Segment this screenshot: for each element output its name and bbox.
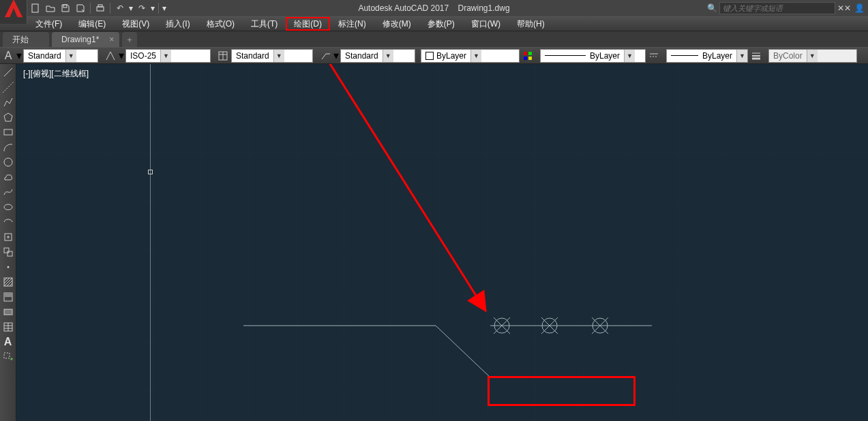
make-block-icon[interactable] — [1, 245, 15, 259]
svg-rect-19 — [4, 129, 12, 135]
insert-block-icon[interactable] — [1, 230, 15, 244]
quick-access-toolbar: ↶ ▾ ↷ ▾ ▾ — [27, 0, 167, 16]
chevron-down-icon: ▼ — [273, 50, 284, 62]
spline-icon[interactable] — [1, 185, 15, 199]
mleaderstyle-dropdown[interactable]: Standard▼ — [340, 49, 415, 63]
linetype-button-icon[interactable] — [647, 49, 661, 63]
svg-line-16 — [4, 68, 12, 76]
ellipse-arc-icon[interactable] — [1, 215, 15, 229]
mtext-icon[interactable]: A — [1, 335, 15, 349]
document-tabs: 开始 Drawing1* × ＋ — [0, 31, 868, 48]
chevron-down-icon: ▼ — [470, 50, 481, 62]
gradient-icon[interactable] — [1, 290, 15, 304]
textstyle-dropdown[interactable]: Standard▼ — [23, 49, 98, 63]
dimstyle-icon[interactable] — [104, 49, 117, 63]
svg-rect-0 — [32, 4, 38, 12]
ellipse-icon[interactable] — [1, 200, 15, 214]
svg-rect-1 — [63, 5, 67, 7]
textstyle-icon[interactable]: A — [1, 49, 15, 63]
hatch-icon[interactable] — [1, 275, 15, 289]
menu-param[interactable]: 参数(P) — [419, 17, 463, 31]
saveas-icon[interactable] — [74, 1, 87, 15]
redo-dropdown-icon[interactable]: ▾ — [150, 3, 155, 13]
dimstyle-value: ISO-25 — [126, 50, 160, 62]
chevron-down-icon: ▼ — [383, 50, 393, 62]
layercolor-button-icon[interactable] — [521, 49, 535, 63]
menu-modify[interactable]: 修改(M) — [374, 17, 419, 31]
menu-file[interactable]: 文件(F) — [27, 17, 70, 31]
revcloud-icon[interactable] — [1, 170, 15, 184]
polyline-icon[interactable] — [1, 95, 15, 109]
linetype-preview-icon — [545, 55, 586, 56]
svg-point-25 — [7, 266, 9, 268]
lineweight-button-icon[interactable] — [749, 49, 763, 63]
layercolor-dropdown[interactable]: ByLayer▼ — [421, 49, 520, 63]
save-icon[interactable] — [59, 1, 72, 15]
tab-start[interactable]: 开始 — [3, 32, 49, 47]
open-icon[interactable] — [44, 1, 57, 15]
undo-dropdown-icon[interactable]: ▾ — [128, 3, 134, 13]
mleaderstyle-icon[interactable] — [318, 49, 332, 63]
mleaderstyle-value: Standard — [341, 50, 383, 62]
textstyle-flyout-icon[interactable]: ▾ — [16, 49, 22, 62]
linetype-value: ByLayer — [541, 50, 624, 62]
lineweight-value: ByLayer — [667, 50, 736, 62]
addselected-icon[interactable] — [1, 350, 15, 364]
plotstyle-dropdown[interactable]: ByColor▼ — [768, 49, 857, 63]
tablestyle-dropdown[interactable]: Standard▼ — [231, 49, 313, 63]
chevron-down-icon: ▼ — [807, 50, 818, 62]
new-icon[interactable] — [29, 1, 42, 15]
qat-customize-dropdown-icon[interactable]: ▾ — [162, 3, 167, 13]
undo-icon[interactable]: ↶ — [113, 1, 127, 15]
circle-icon[interactable] — [1, 155, 15, 169]
polygon-icon[interactable] — [1, 110, 15, 124]
menu-view[interactable]: 视图(V) — [114, 17, 158, 31]
line-icon[interactable] — [1, 65, 15, 79]
svg-rect-28 — [4, 293, 12, 297]
annotation-highlight-target — [488, 376, 635, 406]
search-input[interactable] — [719, 2, 835, 14]
lineweight-dropdown[interactable]: ByLayer▼ — [666, 49, 748, 63]
svg-rect-10 — [528, 57, 532, 60]
menu-bar: 文件(F) 编辑(E) 视图(V) 插入(I) 格式(O) 工具(T) 绘图(D… — [0, 16, 868, 31]
menu-insert[interactable]: 插入(I) — [158, 17, 198, 31]
textstyle-value: Standard — [24, 50, 65, 62]
rectangle-icon[interactable] — [1, 125, 15, 139]
new-tab-button[interactable]: ＋ — [122, 32, 137, 47]
chevron-down-icon: ▼ — [65, 50, 76, 62]
tab-drawing1-label: Drawing1* — [61, 35, 99, 44]
dimstyle-dropdown[interactable]: ISO-25▼ — [125, 49, 211, 63]
table-icon[interactable] — [1, 320, 15, 334]
app-name: Autodesk AutoCAD 2017 — [358, 3, 449, 13]
construction-line-icon[interactable] — [1, 80, 15, 94]
menu-format[interactable]: 格式(O) — [198, 17, 243, 31]
tab-drawing1[interactable]: Drawing1* × — [52, 32, 119, 47]
menu-dimension[interactable]: 标注(N) — [330, 17, 374, 31]
redo-icon[interactable]: ↷ — [135, 1, 149, 15]
tablestyle-icon[interactable] — [216, 49, 230, 63]
drawing-canvas[interactable]: [-][俯视][二维线框] — [16, 64, 868, 421]
svg-rect-8 — [528, 52, 532, 55]
menu-draw[interactable]: 绘图(D) — [286, 17, 330, 31]
tab-start-label: 开始 — [12, 34, 29, 46]
tablestyle-value: Standard — [232, 50, 273, 62]
menu-help[interactable]: 帮助(H) — [509, 17, 553, 31]
menu-window[interactable]: 窗口(W) — [463, 17, 509, 31]
menu-tools[interactable]: 工具(T) — [243, 17, 286, 31]
svg-line-37 — [436, 326, 490, 377]
infocenter-icon[interactable]: ✕✕ — [838, 2, 850, 14]
chevron-down-icon: ▼ — [624, 50, 635, 62]
chevron-down-icon: ▼ — [160, 50, 171, 62]
window-title: Autodesk AutoCAD 2017 Drawing1.dwg — [358, 3, 509, 13]
close-icon[interactable]: × — [109, 35, 114, 44]
app-menu-button[interactable] — [0, 0, 27, 24]
dimstyle-flyout-icon[interactable]: ▾ — [119, 49, 124, 62]
region-icon[interactable] — [1, 305, 15, 319]
menu-edit[interactable]: 编辑(E) — [70, 17, 114, 31]
mleaderstyle-flyout-icon[interactable]: ▾ — [333, 49, 339, 62]
plot-icon[interactable] — [93, 1, 107, 15]
arc-icon[interactable] — [1, 140, 15, 154]
point-icon[interactable] — [1, 260, 15, 274]
signin-icon[interactable]: 👤 — [853, 2, 865, 14]
linetype-dropdown[interactable]: ByLayer▼ — [540, 49, 646, 63]
